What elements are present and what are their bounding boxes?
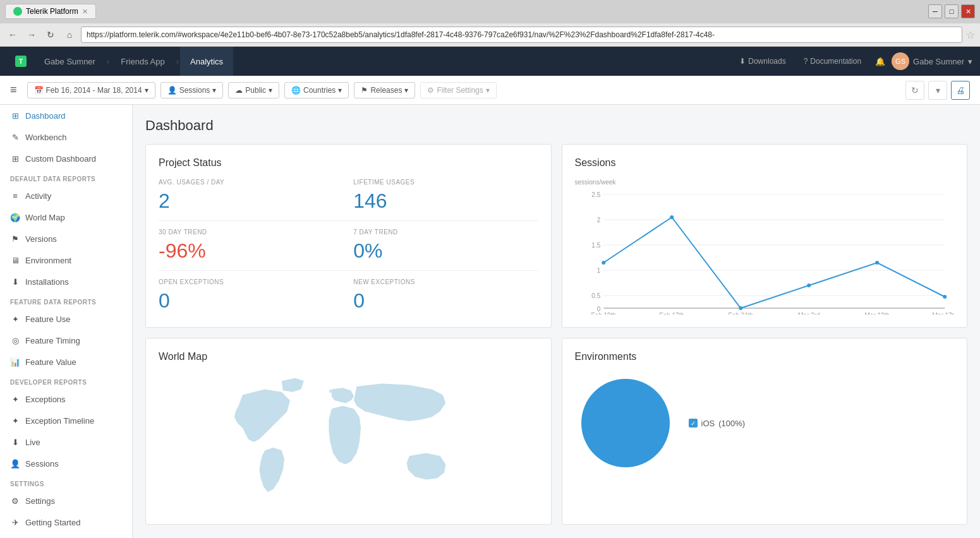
environments-pie-chart: [575, 373, 676, 474]
browser-chrome: Telerik Platform ✕ ─ □ ✕ ← → ↻ ⌂ ☆: [0, 0, 980, 47]
minimize-button[interactable]: ─: [928, 4, 942, 18]
sidebar-item-versions[interactable]: ⚑ Versions: [0, 228, 132, 249]
exception-timeline-icon: ✦: [10, 415, 20, 426]
browser-tab[interactable]: Telerik Platform ✕: [5, 4, 96, 19]
documentation-button[interactable]: ? Documentation: [796, 53, 869, 69]
address-bar[interactable]: [81, 27, 962, 43]
new-exceptions-value: 0: [353, 289, 538, 313]
world-map-title: World Map: [159, 351, 538, 362]
sidebar-item-installations[interactable]: ⬇ Installations: [0, 271, 132, 292]
nav-item-gabe-sumner[interactable]: Gabe Sumner: [34, 47, 106, 76]
lifetime-usages-label: LIFETIME USAGES: [353, 179, 538, 186]
refresh-data-button[interactable]: ↻: [905, 81, 924, 100]
print-button[interactable]: 🖨: [951, 81, 970, 100]
public-dropdown-icon: ▾: [269, 86, 272, 95]
sidebar-item-dashboard[interactable]: ⊞ Dashboard: [0, 105, 132, 126]
sidebar-item-exceptions[interactable]: ✦ Exceptions: [0, 388, 132, 410]
home-button[interactable]: ⌂: [62, 27, 77, 42]
sidebar-item-live[interactable]: ⬇ Live: [0, 431, 132, 453]
svg-text:Mar 10th: Mar 10th: [864, 312, 889, 314]
nav-item-friends-app[interactable]: Friends App: [111, 47, 174, 76]
sidebar: ⊞ Dashboard ✎ Workbench ⊞ Custom Dashboa…: [0, 105, 133, 538]
tab-favicon: [13, 7, 22, 16]
activity-icon: ≡: [10, 191, 20, 201]
more-options-button[interactable]: ▾: [928, 81, 947, 100]
sidebar-item-settings[interactable]: ⚙ Settings: [0, 490, 132, 511]
svg-text:1: 1: [596, 267, 600, 274]
svg-text:2: 2: [596, 217, 600, 224]
sessions-filter-button[interactable]: 👤 Sessions ▾: [160, 82, 224, 99]
tab-close-button[interactable]: ✕: [82, 8, 88, 16]
sidebar-label-feature-use: Feature Use: [25, 314, 71, 324]
ios-percent: (100%): [718, 419, 745, 428]
public-filter-button[interactable]: ☁ Public ▾: [228, 82, 279, 99]
app-header: T Gabe Sumner › Friends App › Analytics …: [0, 47, 980, 76]
workbench-icon: ✎: [10, 132, 20, 142]
sidebar-item-feature-value[interactable]: 📊 Feature Value: [0, 351, 132, 373]
sidebar-label-feature-value: Feature Value: [25, 357, 76, 367]
sidebar-section-settings: SETTINGS: [0, 474, 132, 490]
sidebar-label-getting-started: Getting Started: [25, 518, 80, 527]
lifetime-usages-value: 146: [353, 189, 538, 213]
ios-label: iOS: [701, 419, 715, 428]
sidebar-item-exception-timeline[interactable]: ✦ Exception Timeline: [0, 410, 132, 431]
lifetime-usages-item: LIFETIME USAGES 146: [353, 179, 538, 213]
date-range-button[interactable]: 📅 Feb 16, 2014 - Mar 18, 2014 ▾: [27, 82, 155, 99]
avg-usages-label: AVG. USAGES / DAY: [159, 179, 343, 186]
sessions-y-axis-label: sessions/week: [575, 179, 955, 186]
sessions-card-title: Sessions: [575, 157, 955, 169]
project-status-grid: AVG. USAGES / DAY 2 LIFETIME USAGES 146: [159, 179, 538, 213]
trend-7-item: 7 DAY TREND 0%: [353, 229, 538, 263]
menu-toggle-button[interactable]: ≡: [10, 83, 17, 97]
close-button[interactable]: ✕: [961, 4, 975, 18]
back-button[interactable]: ←: [5, 27, 20, 42]
sidebar-item-sessions[interactable]: 👤 Sessions: [0, 453, 132, 474]
sessions-chart: 2.5 2 1.5 1 0.5 0: [575, 188, 955, 314]
ios-checkbox[interactable]: [689, 419, 698, 427]
sidebar-item-environment[interactable]: 🖥 Environment: [0, 249, 132, 271]
svg-text:1.5: 1.5: [591, 242, 600, 249]
sidebar-label-sessions: Sessions: [25, 459, 59, 469]
notifications-icon[interactable]: 🔔: [871, 52, 889, 70]
sidebar-label-dashboard: Dashboard: [25, 111, 66, 121]
sidebar-label-workbench: Workbench: [25, 133, 67, 142]
refresh-button[interactable]: ↻: [43, 27, 58, 42]
sessions-line-chart: 2.5 2 1.5 1 0.5 0: [575, 188, 955, 314]
pie-legend: iOS (100%): [689, 419, 746, 428]
countries-filter-label: Countries: [303, 86, 336, 95]
filter-settings-button[interactable]: ⚙ Filter Settings ▾: [420, 82, 496, 99]
sidebar-item-feature-use[interactable]: ✦ Feature Use: [0, 308, 132, 330]
installations-icon: ⬇: [10, 277, 20, 287]
user-menu-button[interactable]: GS Gabe Sumner ▾: [892, 52, 972, 70]
sessions-card: Sessions sessions/week 2.5 2 1.5 1 0.5 0: [562, 144, 968, 328]
date-range-label: Feb 16, 2014 - Mar 18, 2014: [46, 86, 142, 95]
downloads-button[interactable]: ⬇ Downloads: [732, 53, 793, 69]
sidebar-item-world-map[interactable]: 🌍 World Map: [0, 206, 132, 228]
world-map-container: [159, 373, 538, 511]
app-logo: T: [8, 56, 34, 67]
sidebar-item-workbench[interactable]: ✎ Workbench: [0, 126, 132, 148]
sidebar-item-feature-timing[interactable]: ◎ Feature Timing: [0, 330, 132, 351]
sidebar-item-custom-dashboard[interactable]: ⊞ Custom Dashboard: [0, 148, 132, 169]
releases-filter-button[interactable]: ⚑ Releases ▾: [354, 82, 415, 99]
svg-text:Feb 10th: Feb 10th: [591, 312, 615, 314]
forward-button[interactable]: →: [24, 27, 39, 42]
svg-point-12: [602, 261, 605, 265]
custom-dashboard-icon: ⊞: [10, 153, 20, 164]
versions-icon: ⚑: [10, 234, 20, 244]
environments-card: Environments iOS (100%): [562, 338, 968, 525]
new-exceptions-label: NEW EXCEPTIONS: [353, 278, 538, 285]
bookmark-icon[interactable]: ☆: [966, 29, 975, 41]
sidebar-section-feature: FEATURE DATA REPORTS: [0, 292, 132, 308]
maximize-button[interactable]: □: [945, 4, 959, 18]
trend-7-label: 7 DAY TREND: [353, 229, 538, 236]
sidebar-item-getting-started[interactable]: ✈ Getting Started: [0, 511, 132, 533]
svg-text:Mar 17th: Mar 17th: [932, 312, 954, 314]
svg-point-15: [807, 284, 811, 287]
nav-item-analytics[interactable]: Analytics: [180, 47, 233, 76]
pie-chart-container: [575, 373, 676, 474]
sidebar-label-exception-timeline: Exception Timeline: [25, 416, 94, 426]
sessions-dropdown-icon: ▾: [212, 86, 216, 95]
sidebar-item-activity[interactable]: ≡ Activity: [0, 185, 132, 206]
countries-filter-button[interactable]: 🌐 Countries ▾: [284, 82, 349, 99]
